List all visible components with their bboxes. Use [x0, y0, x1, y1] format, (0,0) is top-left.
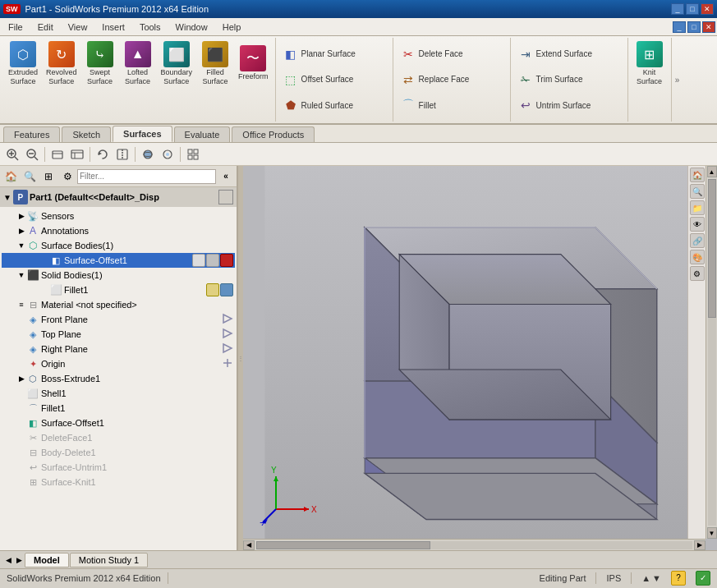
- status-ok-button[interactable]: ✓: [696, 571, 710, 586]
- action-red[interactable]: [220, 254, 233, 267]
- panel-filter-button[interactable]: ⊞: [39, 168, 57, 185]
- tree-item-surface-untrim1[interactable]: ↩ Surface-Untrim1: [2, 460, 235, 475]
- action-body-1[interactable]: [206, 283, 219, 296]
- tab-features[interactable]: Features: [3, 126, 60, 142]
- scroll-right-button[interactable]: ▶: [694, 540, 706, 550]
- view-link-button[interactable]: 🔗: [690, 233, 705, 248]
- view-area[interactable]: X Y Z ◀ ▶ ▲ ▼ 🏠 🔍 📁: [243, 166, 717, 550]
- scroll-up-button[interactable]: ▲: [707, 166, 717, 177]
- menu-view[interactable]: View: [62, 21, 94, 34]
- h-scroll-track[interactable]: [256, 541, 692, 549]
- zoom-to-fit-button[interactable]: [3, 145, 21, 163]
- extend-surface-button[interactable]: ⇥ Extend Surface: [516, 45, 623, 63]
- view-home-button[interactable]: 🏠: [690, 168, 705, 182]
- action-body-2[interactable]: [220, 283, 233, 296]
- view-zoom-button[interactable]: 🔍: [690, 184, 705, 199]
- v-scroll-thumb[interactable]: [708, 179, 716, 318]
- view-settings-button[interactable]: [68, 145, 86, 163]
- tree-item-surface-knit1[interactable]: ⊞ Surface-Knit1: [2, 475, 235, 489]
- tab-office-products[interactable]: Office Products: [232, 126, 315, 142]
- lofted-surface-button[interactable]: ▲ LoftedSurface: [120, 39, 156, 88]
- panel-config-button[interactable]: ⚙: [58, 168, 76, 185]
- scroll-down-button[interactable]: ▼: [707, 527, 717, 539]
- rotate-button[interactable]: [94, 145, 112, 163]
- restore-button[interactable]: □: [686, 3, 699, 15]
- menu-tools[interactable]: Tools: [133, 21, 168, 34]
- menu-help[interactable]: Help: [216, 21, 248, 34]
- menu-minimize[interactable]: _: [673, 21, 686, 33]
- tree-item-sensors[interactable]: ▶ 📡 Sensors: [2, 209, 235, 223]
- knit-surface-button[interactable]: ⊞ KnitSurface: [632, 39, 668, 88]
- h-scroll-thumb[interactable]: [256, 541, 430, 549]
- menu-close[interactable]: ✕: [702, 21, 715, 33]
- tab-evaluate[interactable]: Evaluate: [174, 126, 231, 142]
- tree-root[interactable]: ▼ P Part1 (Default<<Default>_Disp: [0, 187, 237, 207]
- extruded-surface-button[interactable]: ⬡ ExtrudedSurface: [5, 39, 41, 88]
- filled-surface-button[interactable]: ⬛ FilledSurface: [197, 39, 233, 88]
- offset-surface-button[interactable]: ⬚ Offset Surface: [281, 71, 388, 89]
- tab-nav-prev[interactable]: ◀: [3, 555, 13, 565]
- tree-item-right-plane[interactable]: ◈ Right Plane: [2, 342, 235, 356]
- more-tools-button[interactable]: »: [672, 38, 683, 122]
- v-scroll-track[interactable]: [708, 179, 716, 526]
- minimize-button[interactable]: _: [671, 3, 684, 15]
- tab-sketch[interactable]: Sketch: [62, 126, 111, 142]
- tree-item-fillet1-body[interactable]: ⬜ Fillet1: [2, 283, 235, 297]
- view-orient-button[interactable]: [48, 145, 67, 163]
- menu-window[interactable]: Window: [169, 21, 214, 34]
- trim-surface-button[interactable]: ✁ Trim Surface: [516, 71, 623, 89]
- menu-restore[interactable]: □: [687, 21, 701, 33]
- section-view-button[interactable]: [113, 145, 131, 163]
- tree-item-surface-offset1[interactable]: ◧ Surface-Offset1: [2, 253, 235, 268]
- tree-item-front-plane[interactable]: ◈ Front Plane: [2, 312, 235, 327]
- view-eye-button[interactable]: 👁: [690, 217, 705, 232]
- tree-item-fillet1[interactable]: ⌒ Fillet1: [2, 401, 235, 416]
- h-scrollbar[interactable]: ◀ ▶: [243, 539, 706, 550]
- untrim-surface-button[interactable]: ↩ Untrim Surface: [516, 96, 623, 114]
- close-button[interactable]: ✕: [701, 3, 714, 15]
- tree-item-top-plane[interactable]: ◈ Top Plane: [2, 327, 235, 342]
- tab-surfaces[interactable]: Surfaces: [113, 126, 172, 142]
- tree-item-shell1[interactable]: ⬜ Shell1: [2, 386, 235, 401]
- tree-item-solid-bodies[interactable]: ▼ ⬛ Solid Bodies(1): [2, 268, 235, 283]
- menu-edit[interactable]: Edit: [31, 21, 60, 34]
- swept-surface-button[interactable]: ⤷ SweptSurface: [82, 39, 118, 88]
- bottom-tab-motion[interactable]: Motion Study 1: [70, 553, 148, 567]
- tree-item-material[interactable]: ≡ ⊟ Material <not specified>: [2, 297, 235, 312]
- panel-toggle-button[interactable]: «: [217, 168, 235, 185]
- delete-face-button[interactable]: ✂ Delete Face: [398, 45, 505, 63]
- action-white[interactable]: [192, 254, 205, 267]
- scroll-left-button[interactable]: ◀: [243, 540, 255, 550]
- menu-file[interactable]: File: [2, 21, 30, 34]
- tree-item-surface-offset1-tree[interactable]: ◧ Surface-Offset1: [2, 416, 235, 430]
- action-gray[interactable]: [206, 254, 219, 267]
- render-style-button[interactable]: [139, 145, 157, 163]
- grid-button[interactable]: [184, 145, 202, 163]
- view-folder-button[interactable]: 📁: [690, 200, 705, 215]
- freeform-button[interactable]: 〜 Freeform: [235, 44, 272, 83]
- tree-item-surface-bodies[interactable]: ▼ ⬡ Surface Bodies(1): [2, 238, 235, 253]
- tree-item-deleteface1[interactable]: ✂ DeleteFace1: [2, 430, 235, 445]
- zoom-in-button[interactable]: [23, 145, 41, 163]
- tree-item-origin[interactable]: ✦ Origin: [2, 356, 235, 371]
- title-controls[interactable]: _ □ ✕: [671, 3, 714, 15]
- menu-insert[interactable]: Insert: [95, 21, 131, 34]
- planar-surface-button[interactable]: ◧ Planar Surface: [281, 45, 388, 63]
- tree-item-annotations[interactable]: ▶ A Annotations: [2, 223, 235, 238]
- fillet-button[interactable]: ⌒ Fillet: [398, 96, 505, 114]
- panel-search-button[interactable]: 🔍: [21, 168, 39, 185]
- tab-nav-next[interactable]: ▶: [14, 555, 24, 565]
- v-scrollbar[interactable]: ▲ ▼: [706, 166, 717, 539]
- tree-item-body-delete1[interactable]: ⊟ Body-Delete1: [2, 445, 235, 460]
- ruled-surface-button[interactable]: ⬟ Ruled Surface: [281, 96, 388, 114]
- revolved-surface-button[interactable]: ↻ RevolvedSurface: [43, 39, 80, 88]
- panel-home-button[interactable]: 🏠: [2, 168, 20, 185]
- bottom-tab-model[interactable]: Model: [25, 553, 69, 567]
- tree-item-boss-extrude1[interactable]: ▶ ⬡ Boss-Extrude1: [2, 371, 235, 386]
- appearance-button[interactable]: [159, 145, 177, 163]
- status-warning-button[interactable]: ?: [671, 571, 686, 586]
- view-config-button[interactable]: ⚙: [690, 266, 705, 281]
- filter-input[interactable]: [77, 169, 216, 184]
- view-render-button[interactable]: 🎨: [690, 250, 705, 264]
- boundary-surface-button[interactable]: ⬜ BoundarySurface: [158, 39, 196, 88]
